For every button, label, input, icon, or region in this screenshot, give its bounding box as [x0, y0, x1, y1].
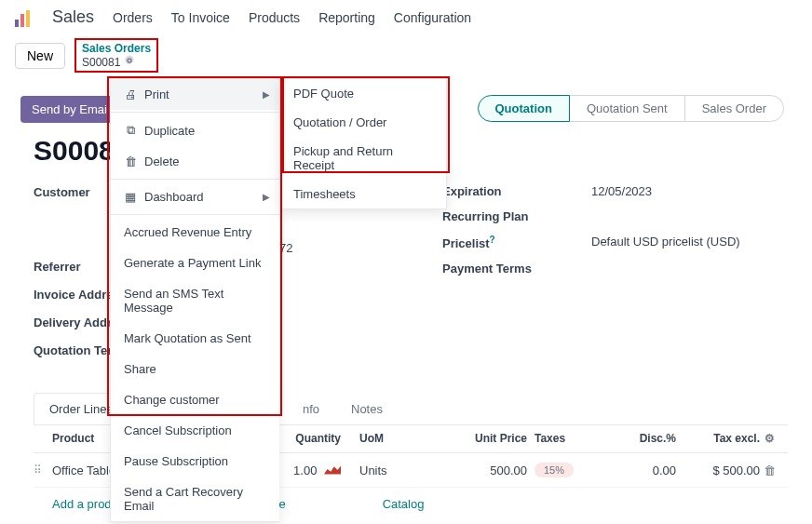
menu-mark-sent[interactable]: Mark Quotation as Sent	[111, 323, 279, 354]
label-quotation-template: Quotation Ter	[34, 343, 112, 357]
nav-orders[interactable]: Orders	[113, 10, 153, 25]
trash-icon: 🗑	[124, 155, 137, 168]
col-unit-price: Unit Price	[425, 432, 527, 445]
nav-to-invoice[interactable]: To Invoice	[171, 10, 230, 25]
label-customer: Customer	[34, 185, 90, 199]
cell-quantity[interactable]: 1.00	[276, 464, 341, 477]
col-tax-excl: Tax excl.	[676, 432, 760, 445]
nav-products[interactable]: Products	[249, 10, 300, 25]
submenu-pickup-return[interactable]: Pickup and Return Receipt	[280, 137, 446, 180]
copy-icon: ⧉	[124, 123, 137, 138]
partial-value: 72	[279, 241, 292, 255]
label-expiration: Expiration	[442, 184, 554, 198]
help-icon[interactable]: ?	[490, 235, 495, 245]
submenu-timesheets[interactable]: Timesheets	[280, 180, 446, 208]
label-pricelist: Pricelist?	[442, 235, 554, 250]
chevron-right-icon: ▶	[263, 89, 270, 100]
cell-unit-price[interactable]: 500.00	[425, 464, 527, 477]
nav-configuration[interactable]: Configuration	[394, 10, 471, 25]
catalog-link[interactable]: Catalog	[383, 497, 425, 511]
drag-handle-icon[interactable]: ⠿	[34, 464, 52, 477]
gear-icon[interactable]	[124, 55, 135, 69]
menu-accrued-revenue[interactable]: Accrued Revenue Entry	[111, 217, 279, 248]
delete-row-icon[interactable]: 🗑	[760, 464, 778, 477]
col-taxes: Taxes	[527, 432, 602, 445]
menu-share[interactable]: Share	[111, 354, 279, 384]
submenu-pdf-quote[interactable]: PDF Quote	[280, 79, 446, 108]
list-settings-icon[interactable]: ⚙	[760, 432, 778, 445]
app-name[interactable]: Sales	[52, 7, 94, 27]
menu-delete[interactable]: 🗑Delete	[111, 146, 279, 177]
cell-disc[interactable]: 0.00	[602, 464, 676, 477]
subheader: New Sales Orders S00081	[0, 34, 812, 82]
print-submenu: PDF Quote Quotation / Order Pickup and R…	[279, 78, 447, 209]
status-quotation[interactable]: Quotation	[478, 95, 570, 122]
app-icon	[15, 8, 34, 27]
tab-info[interactable]: nfo	[287, 393, 335, 424]
breadcrumb-id: S00081	[82, 56, 120, 69]
nav-reporting[interactable]: Reporting	[318, 10, 375, 25]
label-invoice-address: Invoice Addres	[34, 288, 120, 302]
page-title: S0008	[34, 135, 115, 167]
fields-left: Customer Referrer Invoice Addres Deliver…	[34, 184, 120, 370]
forecast-icon[interactable]	[324, 464, 341, 475]
label-referrer: Referrer	[34, 260, 81, 274]
dashboard-icon: ▦	[124, 190, 137, 204]
tax-badge[interactable]: 15%	[535, 463, 574, 477]
status-sales-order[interactable]: Sales Order	[684, 95, 784, 122]
chevron-right-icon: ▶	[263, 192, 270, 202]
col-quantity: Quantity	[276, 432, 341, 445]
label-delivery-address: Delivery Addr	[34, 316, 112, 329]
value-pricelist[interactable]: Default USD pricelist (USD)	[591, 235, 740, 250]
breadcrumb-parent[interactable]: Sales Orders	[82, 42, 151, 55]
actions-menu: 🖨Print▶ ⧉Duplicate 🗑Delete ▦Dashboard▶ A…	[110, 78, 279, 522]
breadcrumb-current: S00081	[82, 55, 151, 69]
cell-taxes[interactable]: 15%	[527, 463, 602, 477]
print-icon: 🖨	[124, 87, 137, 101]
menu-cart-recovery[interactable]: Send a Cart Recovery Email	[111, 477, 279, 521]
send-email-button[interactable]: Send by Email	[20, 96, 121, 123]
col-uom: UoM	[341, 432, 425, 445]
menu-send-sms[interactable]: Send an SMS Text Message	[111, 278, 279, 323]
value-expiration[interactable]: 12/05/2023	[591, 184, 652, 198]
cell-tax-excl: $ 500.00	[676, 464, 760, 477]
new-button[interactable]: New	[15, 43, 65, 69]
cell-uom[interactable]: Units	[341, 464, 425, 477]
status-quotation-sent[interactable]: Quotation Sent	[569, 95, 685, 122]
top-nav: Sales Orders To Invoice Products Reporti…	[0, 0, 812, 34]
menu-generate-payment-link[interactable]: Generate a Payment Link	[111, 248, 279, 278]
menu-print[interactable]: 🖨Print▶	[111, 79, 279, 110]
menu-cancel-subscription[interactable]: Cancel Subscription	[111, 415, 279, 446]
menu-duplicate[interactable]: ⧉Duplicate	[111, 114, 279, 146]
menu-pause-subscription[interactable]: Pause Subscription	[111, 446, 279, 477]
label-recurring-plan: Recurring Plan	[442, 209, 554, 223]
menu-dashboard[interactable]: ▦Dashboard▶	[111, 181, 279, 212]
menu-change-customer[interactable]: Change customer	[111, 384, 279, 415]
col-disc: Disc.%	[602, 432, 676, 445]
tab-notes[interactable]: Notes	[335, 393, 399, 424]
label-payment-terms: Payment Terms	[442, 262, 554, 275]
breadcrumb: Sales Orders S00081	[74, 38, 158, 73]
status-bar: Quotation Quotation Sent Sales Order	[479, 95, 785, 122]
submenu-quotation-order[interactable]: Quotation / Order	[280, 108, 446, 137]
fields-right: Expiration 12/05/2023 Recurring Plan Pri…	[442, 184, 740, 287]
